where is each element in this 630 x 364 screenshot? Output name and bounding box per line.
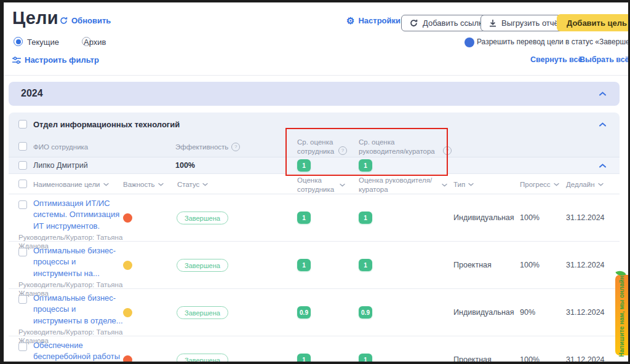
year-label: 2024	[21, 88, 43, 99]
goal-deadline: 31.12.2024	[566, 213, 605, 222]
select-all-link[interactable]: Выбрать всё	[580, 55, 629, 64]
goal-row: Оптимизация ИТ/ИС системы. Оптимизация И…	[9, 194, 620, 242]
department-card: Отдел информационных технологий ФИО сотр…	[9, 113, 620, 364]
employee-name: Липко Дмитрий	[33, 161, 88, 170]
chevron-up-icon[interactable]	[599, 164, 606, 168]
frame-bottom	[0, 362, 630, 364]
col-effectiveness: Эффективность ?	[175, 143, 240, 152]
refresh-link[interactable]: Обновить	[60, 16, 111, 25]
settings-label: Настройки	[358, 16, 401, 25]
sync-icon	[410, 19, 418, 27]
department-checkbox[interactable]	[18, 120, 27, 129]
sort-chevron-icon	[598, 183, 604, 186]
summary-checkbox[interactable]	[18, 142, 27, 151]
add-goal-label: Добавить цель	[567, 18, 627, 28]
goal-type: Проектная	[453, 261, 492, 269]
configure-filter-label: Настроить фильтр	[25, 55, 99, 65]
importance-dot	[123, 261, 132, 270]
status-pill: Завершена	[177, 306, 228, 319]
filter-sliders-icon	[12, 57, 21, 64]
radio-current-label: Текущие	[27, 38, 59, 47]
goals-header-checkbox[interactable]	[18, 180, 27, 188]
toggle-knob	[465, 38, 474, 47]
add-goal-button[interactable]: Добавить цель	[557, 14, 630, 31]
col-self-score[interactable]: Оценка сотрудника	[297, 176, 350, 194]
sort-chevron-icon	[158, 183, 164, 186]
status-pill: Завершена	[177, 259, 228, 272]
add-link-label: Добавить ссылку	[423, 18, 486, 28]
year-section-bar[interactable]: 2024	[9, 82, 620, 106]
help-icon[interactable]: ?	[443, 146, 452, 155]
department-header[interactable]: Отдел информационных технологий	[9, 113, 620, 136]
sort-chevron-icon	[468, 183, 474, 186]
col-importance[interactable]: Важность	[123, 180, 164, 189]
export-report-label: Выгрузить отчёт	[501, 18, 562, 28]
goals-page: Цели Обновить ⚙ Настройки Добавить ссылк…	[0, 0, 630, 364]
goal-deadline: 31.12.2024	[566, 261, 605, 269]
sort-chevron-icon	[442, 183, 447, 187]
chevron-up-icon[interactable]	[599, 122, 606, 127]
radio-archive-label: Архив	[84, 38, 106, 47]
goal-progress: 100%	[520, 213, 540, 222]
employee-checkbox[interactable]	[18, 161, 27, 170]
self-score-badge: 1	[297, 212, 311, 224]
sort-chevron-icon	[103, 183, 109, 186]
department-name: Отдел информационных технологий	[33, 120, 180, 129]
goal-name-link[interactable]: Обеспечение бесперебойной работы бизнеса…	[33, 340, 124, 364]
configure-filter-link[interactable]: Настроить фильтр	[12, 55, 99, 65]
allow-complete-toggle-label: Разрешить перевод цели в статус «Заверше…	[477, 38, 630, 46]
download-icon	[489, 19, 496, 27]
help-icon[interactable]: ?	[338, 146, 347, 155]
goal-row: Обеспечение бесперебойной работы бизнеса…	[9, 336, 620, 364]
goal-progress: 90%	[520, 308, 535, 317]
summary-header-row: ФИО сотрудника Эффективность ? Ср. оценк…	[9, 136, 620, 157]
goal-name-link[interactable]: Оптимизация ИТ/ИС системы. Оптимизация И…	[33, 198, 124, 232]
sort-chevron-icon	[554, 183, 559, 186]
status-pill: Завершена	[177, 212, 228, 224]
refresh-icon	[60, 17, 68, 25]
radio-current[interactable]	[14, 37, 23, 46]
goal-row: Оптимальные бизнес-процессы и инструмент…	[9, 289, 620, 336]
col-avg-manager-score: Ср. оценка руководителя/куратора ?	[359, 138, 457, 156]
goal-name-link[interactable]: Оптимальные бизнес-процессы и инструмент…	[33, 245, 124, 279]
col-status[interactable]: Статус	[177, 180, 208, 189]
sort-chevron-icon	[202, 183, 208, 186]
settings-link[interactable]: ⚙ Настройки	[346, 16, 401, 25]
importance-dot	[123, 308, 132, 317]
goals-header-row: Наименование цели Важность Статус Оценка…	[9, 174, 620, 194]
avg-self-score-badge: 1	[297, 159, 311, 172]
col-type[interactable]: Тип	[453, 180, 474, 189]
goal-type: Индивидуальная	[453, 308, 514, 317]
frame-top	[0, 0, 630, 2]
col-employee-name: ФИО сотрудника	[33, 143, 88, 152]
col-progress[interactable]: Прогресс	[520, 180, 559, 189]
manager-score-badge: 1	[359, 259, 372, 271]
employee-effectiveness: 100%	[175, 161, 195, 170]
gear-icon: ⚙	[346, 16, 354, 25]
chevron-up-icon[interactable]	[599, 92, 606, 96]
goal-type: Индивидуальная	[453, 213, 514, 222]
self-score-badge: 0.9	[297, 306, 311, 318]
manager-score-badge: 1	[359, 212, 372, 224]
goal-name-link[interactable]: Оптимальные бизнес-процессы и инструмент…	[33, 293, 124, 326]
avg-manager-score-badge: 1	[359, 159, 372, 172]
help-icon[interactable]: ?	[231, 143, 240, 151]
col-deadline[interactable]: Дедлайн	[566, 180, 604, 189]
col-avg-self-score: Ср. оценка сотрудника ?	[297, 138, 349, 156]
goal-row: Оптимальные бизнес-процессы и инструмент…	[9, 242, 620, 289]
sort-chevron-icon	[340, 183, 345, 187]
refresh-label: Обновить	[71, 16, 111, 25]
collapse-all-link[interactable]: Свернуть всё	[530, 55, 582, 64]
manager-score-badge: 0.9	[359, 306, 372, 318]
col-manager-score[interactable]: Оценка руководителя/куратора	[359, 176, 451, 194]
chat-widget-label: Напишите нам, мы онлайн!	[618, 274, 625, 357]
employee-row[interactable]: Липко Дмитрий 100% 1 1	[9, 157, 620, 174]
frame-left	[0, 0, 4, 364]
importance-dot	[123, 213, 132, 223]
page-title: Цели	[12, 8, 58, 28]
chat-widget-tab[interactable]: Напишите нам, мы онлайн!	[615, 275, 628, 355]
col-goal-name[interactable]: Наименование цели	[33, 180, 109, 189]
header-divider	[4, 75, 628, 76]
self-score-badge: 1	[297, 259, 311, 271]
goal-deadline: 31.12.2024	[566, 308, 605, 317]
